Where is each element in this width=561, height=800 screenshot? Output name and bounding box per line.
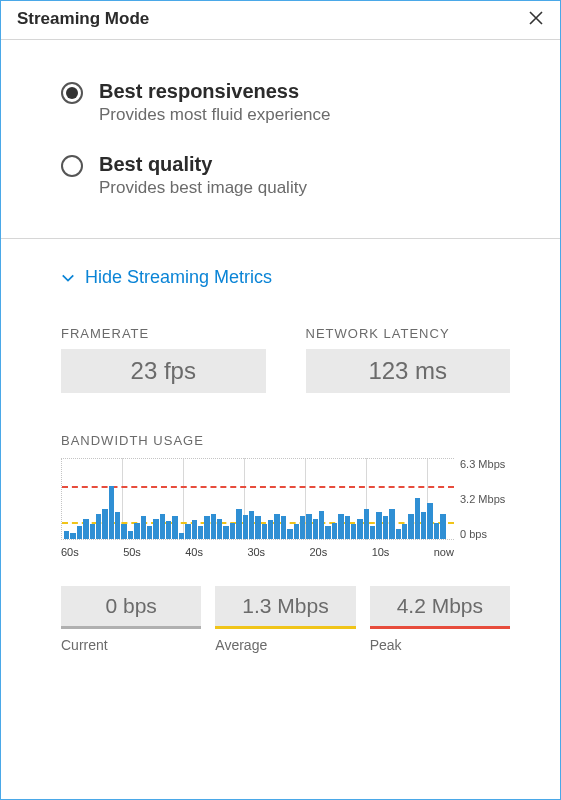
chart-bar <box>198 526 203 539</box>
x-tick: 60s <box>61 546 79 558</box>
chart-bar <box>427 503 432 539</box>
chart-bar <box>300 516 305 539</box>
chart-bar <box>434 523 439 540</box>
chart-bar <box>70 533 75 539</box>
chart-bar <box>204 516 209 539</box>
chart-bar <box>185 524 190 539</box>
x-tick: 10s <box>372 546 390 558</box>
chart-bar <box>121 524 126 539</box>
chart-bar <box>211 514 216 539</box>
y-tick: 0 bps <box>460 528 510 540</box>
chart-bar <box>325 526 330 539</box>
chart-bar <box>364 509 369 539</box>
chart-bar <box>319 511 324 539</box>
chart-bar <box>351 524 356 539</box>
chart-bar <box>134 523 139 540</box>
chart-bar <box>338 514 343 539</box>
chart-bar <box>389 509 394 539</box>
toggle-streaming-metrics[interactable]: Hide Streaming Metrics <box>61 267 510 288</box>
chart-bar <box>236 509 241 539</box>
x-axis-ticks: 60s50s40s30s20s10snow <box>61 546 510 558</box>
chart-bar <box>230 523 235 540</box>
bandwidth-average: 1.3 Mbps Average <box>215 586 355 653</box>
streaming-mode-options: Best responsiveness Provides most fluid … <box>1 40 560 239</box>
chart-bar <box>383 516 388 539</box>
chart-bar <box>262 524 267 539</box>
chart-bar <box>255 516 260 539</box>
radio-selected-icon <box>61 82 83 104</box>
chart-bar <box>141 516 146 539</box>
chart-bar <box>357 519 362 539</box>
framerate-block: FRAMERATE 23 fps <box>61 326 266 393</box>
chart-bar <box>421 512 426 539</box>
chart-bar <box>294 524 299 539</box>
chart-bar <box>281 516 286 539</box>
x-tick: 40s <box>185 546 203 558</box>
radio-unselected-icon <box>61 155 83 177</box>
toggle-label: Hide Streaming Metrics <box>85 267 272 288</box>
chart-bar <box>96 514 101 539</box>
chart-bar <box>408 514 413 539</box>
option-best-responsiveness[interactable]: Best responsiveness Provides most fluid … <box>61 80 510 125</box>
option-title: Best quality <box>99 153 307 176</box>
chart-bar <box>332 523 337 540</box>
x-tick: 50s <box>123 546 141 558</box>
chart-bar <box>249 511 254 539</box>
bandwidth-current-value: 0 bps <box>61 586 201 629</box>
chart-bar <box>77 526 82 539</box>
bandwidth-peak: 4.2 Mbps Peak <box>370 586 510 653</box>
chart-bar <box>153 519 158 539</box>
chart-bar <box>147 526 152 539</box>
chart-bar <box>376 512 381 539</box>
bandwidth-average-value: 1.3 Mbps <box>215 586 355 629</box>
bandwidth-current-label: Current <box>61 637 201 653</box>
x-tick: 20s <box>310 546 328 558</box>
x-tick: now <box>434 546 454 558</box>
chart-bar <box>396 529 401 539</box>
bandwidth-peak-value: 4.2 Mbps <box>370 586 510 629</box>
chart-bar <box>370 526 375 539</box>
chart-bar <box>313 519 318 539</box>
chart-bar <box>440 514 445 539</box>
stats-row: FRAMERATE 23 fps NETWORK LATENCY 123 ms <box>61 326 510 393</box>
chart-bar <box>306 514 311 539</box>
chart-bar <box>192 520 197 539</box>
bandwidth-chart: 6.3 Mbps3.2 Mbps0 bps <box>61 458 510 540</box>
option-title: Best responsiveness <box>99 80 331 103</box>
chart-bar <box>160 514 165 539</box>
framerate-label: FRAMERATE <box>61 326 266 341</box>
option-best-quality[interactable]: Best quality Provides best image quality <box>61 153 510 198</box>
chart-bar <box>83 519 88 539</box>
chart-plot-area <box>61 458 454 540</box>
window-title: Streaming Mode <box>17 9 149 29</box>
titlebar: Streaming Mode <box>1 1 560 40</box>
chevron-down-icon <box>61 271 75 285</box>
latency-value: 123 ms <box>306 349 511 393</box>
chart-bar <box>128 531 133 539</box>
chart-bar <box>115 512 120 539</box>
chart-bar <box>268 520 273 539</box>
close-icon[interactable] <box>528 9 544 29</box>
y-tick: 3.2 Mbps <box>460 493 510 505</box>
chart-bar <box>274 514 279 539</box>
bandwidth-stats: 0 bps Current 1.3 Mbps Average 4.2 Mbps … <box>61 586 510 653</box>
chart-bar <box>415 498 420 539</box>
latency-label: NETWORK LATENCY <box>306 326 511 341</box>
bandwidth-peak-label: Peak <box>370 637 510 653</box>
chart-bars <box>62 459 454 539</box>
bandwidth-average-label: Average <box>215 637 355 653</box>
bandwidth-current: 0 bps Current <box>61 586 201 653</box>
chart-bar <box>102 509 107 539</box>
framerate-value: 23 fps <box>61 349 266 393</box>
latency-block: NETWORK LATENCY 123 ms <box>306 326 511 393</box>
chart-bar <box>64 531 69 539</box>
chart-bar <box>223 526 228 539</box>
chart-bar <box>287 529 292 539</box>
chart-bar <box>172 516 177 539</box>
y-axis-ticks: 6.3 Mbps3.2 Mbps0 bps <box>454 458 510 540</box>
option-subtitle: Provides most fluid experience <box>99 105 331 125</box>
chart-bar <box>345 516 350 539</box>
chart-bar <box>166 521 171 539</box>
chart-bar <box>90 524 95 539</box>
metrics-section: Hide Streaming Metrics FRAMERATE 23 fps … <box>1 239 560 683</box>
